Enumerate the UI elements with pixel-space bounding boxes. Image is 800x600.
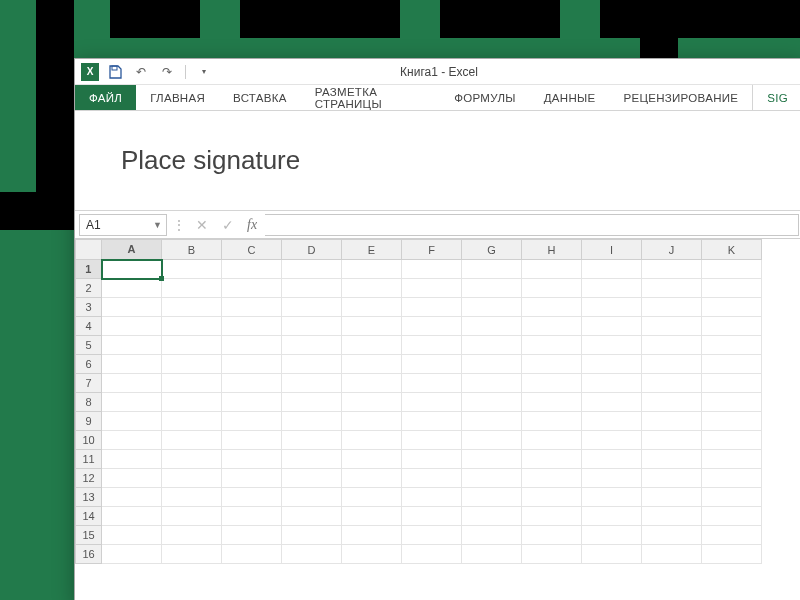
cell-C7[interactable]: [222, 374, 282, 393]
cell-H9[interactable]: [522, 412, 582, 431]
cell-I14[interactable]: [582, 507, 642, 526]
cell-K6[interactable]: [702, 355, 762, 374]
cell-H12[interactable]: [522, 469, 582, 488]
cell-F8[interactable]: [402, 393, 462, 412]
cell-I13[interactable]: [582, 488, 642, 507]
cell-H3[interactable]: [522, 298, 582, 317]
cell-C15[interactable]: [222, 526, 282, 545]
column-header-J[interactable]: J: [642, 240, 702, 260]
cell-K12[interactable]: [702, 469, 762, 488]
cell-F13[interactable]: [402, 488, 462, 507]
tab-page-layout[interactable]: РАЗМЕТКА СТРАНИЦЫ: [301, 85, 440, 110]
cell-K10[interactable]: [702, 431, 762, 450]
cell-C5[interactable]: [222, 336, 282, 355]
cell-I10[interactable]: [582, 431, 642, 450]
cell-H2[interactable]: [522, 279, 582, 298]
cell-A6[interactable]: [102, 355, 162, 374]
cell-J10[interactable]: [642, 431, 702, 450]
cell-F6[interactable]: [402, 355, 462, 374]
cell-E5[interactable]: [342, 336, 402, 355]
cell-G16[interactable]: [462, 545, 522, 564]
cell-D1[interactable]: [282, 260, 342, 279]
cell-A2[interactable]: [102, 279, 162, 298]
cell-H7[interactable]: [522, 374, 582, 393]
cell-B6[interactable]: [162, 355, 222, 374]
cell-A13[interactable]: [102, 488, 162, 507]
cell-A7[interactable]: [102, 374, 162, 393]
cell-G13[interactable]: [462, 488, 522, 507]
cell-D14[interactable]: [282, 507, 342, 526]
cell-A9[interactable]: [102, 412, 162, 431]
cell-A5[interactable]: [102, 336, 162, 355]
name-box[interactable]: A1 ▼: [79, 214, 167, 236]
tab-insert[interactable]: ВСТАВКА: [219, 85, 301, 110]
cell-C8[interactable]: [222, 393, 282, 412]
cell-J2[interactable]: [642, 279, 702, 298]
cell-I15[interactable]: [582, 526, 642, 545]
cell-J16[interactable]: [642, 545, 702, 564]
cell-G4[interactable]: [462, 317, 522, 336]
select-all-corner[interactable]: [76, 240, 102, 260]
cell-I7[interactable]: [582, 374, 642, 393]
cell-B16[interactable]: [162, 545, 222, 564]
cell-K11[interactable]: [702, 450, 762, 469]
cell-J14[interactable]: [642, 507, 702, 526]
row-header-5[interactable]: 5: [76, 336, 102, 355]
cell-D6[interactable]: [282, 355, 342, 374]
row-header-4[interactable]: 4: [76, 317, 102, 336]
formula-input[interactable]: [265, 214, 799, 236]
cell-D4[interactable]: [282, 317, 342, 336]
cell-E13[interactable]: [342, 488, 402, 507]
cell-I4[interactable]: [582, 317, 642, 336]
excel-app-icon[interactable]: X: [81, 63, 99, 81]
row-header-16[interactable]: 16: [76, 545, 102, 564]
cell-J9[interactable]: [642, 412, 702, 431]
cell-B4[interactable]: [162, 317, 222, 336]
cell-E11[interactable]: [342, 450, 402, 469]
column-header-B[interactable]: B: [162, 240, 222, 260]
cell-H5[interactable]: [522, 336, 582, 355]
cell-G3[interactable]: [462, 298, 522, 317]
cell-I3[interactable]: [582, 298, 642, 317]
cell-G7[interactable]: [462, 374, 522, 393]
cell-E3[interactable]: [342, 298, 402, 317]
cell-C4[interactable]: [222, 317, 282, 336]
cell-E6[interactable]: [342, 355, 402, 374]
cell-G1[interactable]: [462, 260, 522, 279]
cell-C12[interactable]: [222, 469, 282, 488]
cell-D10[interactable]: [282, 431, 342, 450]
cell-F3[interactable]: [402, 298, 462, 317]
cell-D2[interactable]: [282, 279, 342, 298]
cell-C14[interactable]: [222, 507, 282, 526]
tab-review[interactable]: РЕЦЕНЗИРОВАНИЕ: [609, 85, 752, 110]
cell-E16[interactable]: [342, 545, 402, 564]
cell-A10[interactable]: [102, 431, 162, 450]
cell-F2[interactable]: [402, 279, 462, 298]
cell-A16[interactable]: [102, 545, 162, 564]
cell-A15[interactable]: [102, 526, 162, 545]
cell-H6[interactable]: [522, 355, 582, 374]
row-header-14[interactable]: 14: [76, 507, 102, 526]
cell-C16[interactable]: [222, 545, 282, 564]
cell-K16[interactable]: [702, 545, 762, 564]
cell-F5[interactable]: [402, 336, 462, 355]
cell-E4[interactable]: [342, 317, 402, 336]
column-header-F[interactable]: F: [402, 240, 462, 260]
cell-B14[interactable]: [162, 507, 222, 526]
cell-G10[interactable]: [462, 431, 522, 450]
name-box-dropdown-icon[interactable]: ▼: [153, 220, 162, 230]
cell-F7[interactable]: [402, 374, 462, 393]
row-header-13[interactable]: 13: [76, 488, 102, 507]
cell-C1[interactable]: [222, 260, 282, 279]
cell-C10[interactable]: [222, 431, 282, 450]
cell-E1[interactable]: [342, 260, 402, 279]
cell-G6[interactable]: [462, 355, 522, 374]
cell-C6[interactable]: [222, 355, 282, 374]
cell-G5[interactable]: [462, 336, 522, 355]
cell-B1[interactable]: [162, 260, 222, 279]
cell-I2[interactable]: [582, 279, 642, 298]
cell-E8[interactable]: [342, 393, 402, 412]
cell-F15[interactable]: [402, 526, 462, 545]
cell-J11[interactable]: [642, 450, 702, 469]
cell-H10[interactable]: [522, 431, 582, 450]
